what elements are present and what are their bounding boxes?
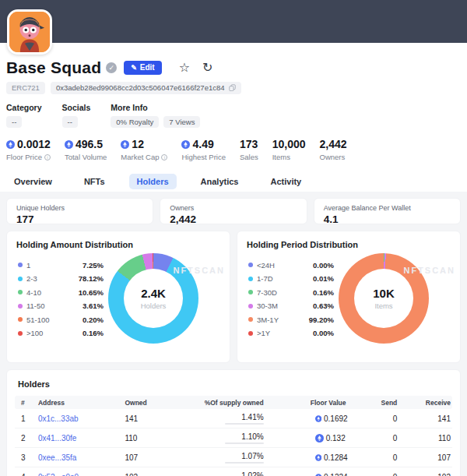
column-header-owned: Owned — [125, 399, 181, 407]
cell-receive: 107 — [397, 453, 452, 462]
legend-dot-icon — [248, 263, 253, 267]
legend-item-1y: >1Y0.00% — [248, 330, 334, 337]
refresh-button[interactable]: ↻ — [202, 62, 212, 74]
stat-label-text: Sales — [240, 153, 258, 161]
stat-label-text: Owners — [320, 153, 346, 161]
legend-value: 0.63% — [313, 301, 334, 310]
collection-page: Base Squad ✓ ✎ Edit ☆ ↻ ERC721 0x3adeb28… — [0, 0, 467, 476]
content-area: Unique Holders177Owners2,442Average Bala… — [0, 192, 467, 476]
eth-icon — [315, 453, 321, 462]
address-link[interactable]: 0x41...30fe — [38, 434, 76, 443]
eth-icon — [6, 140, 15, 149]
donut-center-label: Holders — [141, 301, 167, 310]
stat-market-cap: 12Market Capi — [121, 138, 167, 161]
meta-col-socials: Socials-- — [62, 103, 91, 129]
cell-floor-value: 0.1692 — [264, 414, 348, 423]
legend-value: 0.00% — [313, 261, 334, 270]
edit-button[interactable]: ✎ Edit — [124, 61, 161, 75]
stat-value: 0.0012 — [6, 138, 51, 150]
cell-floor-value: 0.132 — [264, 434, 348, 443]
pct-progress-bar — [225, 462, 264, 464]
cell-address: 0x52...e9e9 — [38, 473, 125, 476]
holders-table-card: Holders #AddressOwned%Of supply ownedFlo… — [6, 369, 461, 476]
legend-item-2-3: 2-378.12% — [18, 275, 104, 283]
address-link[interactable]: 0x1c...33ab — [38, 414, 79, 423]
legend-label: <24H — [257, 261, 307, 270]
legend-dot-icon — [18, 290, 23, 294]
stat-floor-price: 0.0012Floor Pricei — [6, 138, 51, 161]
floor-value-text: 0.132 — [326, 434, 346, 443]
legend-label: >1Y — [257, 329, 307, 337]
legend-dot-icon — [248, 317, 253, 322]
copy-icon[interactable] — [229, 84, 236, 91]
legend-label: 30-3M — [257, 301, 307, 310]
column-header-of-supply-owned: %Of supply owned — [181, 399, 264, 407]
chart-legend: 17.25%2-378.12%4-1010.65%11-503.61%51-10… — [18, 261, 104, 343]
legend-item-51-100: 51-1000.20% — [18, 316, 104, 323]
tab-nfts[interactable]: NFTs — [76, 174, 113, 189]
address-link[interactable]: 0x52...e9e9 — [38, 473, 79, 476]
tab-activity[interactable]: Activity — [263, 174, 310, 189]
title-row: Base Squad ✓ ✎ Edit ☆ ↻ — [6, 58, 461, 77]
stat-items: 10,000Items — [272, 138, 306, 161]
cell-owned: 141 — [125, 414, 181, 423]
meta-value-pill: -- — [62, 116, 78, 129]
cell-owned: 107 — [125, 453, 181, 462]
cell-address: 0x41...30fe — [38, 434, 125, 443]
donut-center-value: 10K — [373, 287, 395, 300]
meta-values: -- — [6, 116, 42, 129]
tab-overview[interactable]: Overview — [6, 174, 60, 189]
stat-value-text: 173 — [240, 138, 258, 150]
tab-analytics[interactable]: Analytics — [193, 174, 247, 189]
cell-pct-supply: 1.10% — [181, 432, 264, 444]
meta-value-pill: 7 Views — [163, 116, 200, 129]
tab-holders[interactable]: Holders — [129, 174, 177, 189]
stat-label: Items — [272, 153, 306, 161]
summary-card-value: 177 — [16, 213, 143, 225]
legend-label: 7-30D — [257, 288, 307, 297]
legend-value: 7.25% — [83, 261, 104, 270]
cell-floor-value: 0.1224 — [264, 473, 348, 476]
holding-amount-chart-card: Holding Amount Distribution 17.25%2-378.… — [6, 231, 230, 363]
favorite-star-button[interactable]: ☆ — [179, 62, 190, 74]
table-row: 10x1c...33ab1411.41%0.16920141 — [15, 409, 452, 428]
meta-col-more-info: More Info0% Royalty7 Views — [111, 103, 200, 129]
cell-receive: 102 — [397, 473, 452, 476]
chart-title: Holding Amount Distribution — [16, 240, 220, 249]
cell-address: 0xee...35fa — [38, 453, 125, 462]
legend-dot-icon — [18, 331, 23, 336]
pct-progress-bar — [225, 423, 264, 425]
legend-value: 0.00% — [313, 329, 334, 337]
column-header-: # — [15, 399, 38, 407]
stat-label-text: Floor Price — [6, 153, 42, 161]
avatar-illustration — [9, 12, 50, 52]
legend-item-7-30d: 7-30D0.16% — [248, 288, 334, 296]
pct-wrap: 1.10% — [225, 432, 264, 444]
legend-label: 51-100 — [26, 316, 76, 324]
holders-table-title: Holders — [15, 378, 452, 396]
legend-value: 78.12% — [79, 274, 104, 283]
stat-label-text: Highest Price — [181, 153, 226, 161]
legend-value: 0.16% — [83, 329, 104, 337]
cell-pct-supply: 1.02% — [181, 471, 264, 476]
legend-dot-icon — [18, 317, 23, 322]
legend-item-3m-1y: 3M-1Y99.20% — [248, 316, 334, 323]
address-link[interactable]: 0xee...35fa — [38, 453, 76, 462]
info-icon: i — [161, 154, 167, 160]
cell-rank: 2 — [15, 434, 38, 443]
contract-address-pill[interactable]: 0x3adeb28ed99068cc2d03c506047e6166f27e1c… — [51, 82, 241, 94]
verified-badge-icon: ✓ — [106, 62, 117, 73]
stat-value-text: 12 — [132, 138, 144, 150]
cell-pct-supply: 1.41% — [181, 413, 264, 425]
legend-label: 1 — [26, 261, 76, 270]
donut-center: 2.4K Holders — [124, 269, 183, 328]
floor-value-text: 0.1692 — [324, 414, 348, 423]
summary-card-label: Unique Holders — [16, 204, 143, 212]
stat-sales: 173Sales — [240, 138, 258, 161]
stat-value: 2,442 — [320, 138, 347, 150]
collection-avatar — [7, 9, 52, 55]
cell-send: 0 — [348, 473, 398, 476]
donut-center-value: 2.4K — [141, 287, 166, 300]
summary-card-value: 4.1 — [324, 213, 451, 225]
legend-item-11-50: 11-503.61% — [18, 302, 104, 310]
